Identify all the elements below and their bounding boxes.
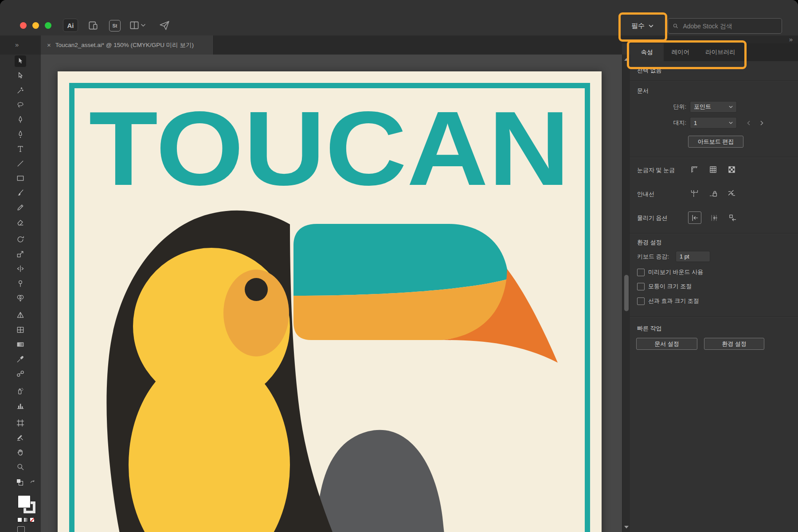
- scale-tool[interactable]: [15, 248, 26, 260]
- scrollbar-thumb[interactable]: [624, 275, 629, 311]
- chevron-down-icon: [649, 24, 653, 27]
- symbol-sprayer-tool[interactable]: [15, 385, 26, 397]
- illustrator-window: Ai St 필수 » × Toucan2_a: [0, 0, 798, 532]
- width-tool[interactable]: [15, 263, 26, 274]
- window-close-button[interactable]: [20, 22, 27, 29]
- share-icon[interactable]: [159, 20, 170, 31]
- fill-swatch[interactable]: [18, 495, 31, 508]
- search-input[interactable]: [682, 22, 777, 30]
- document-tab-bar: » × Toucan2_asset.ai* @ 150% (CMYK/GPU 미…: [0, 35, 622, 55]
- window-zoom-button[interactable]: [45, 22, 51, 29]
- color-mode-icon[interactable]: [17, 517, 22, 522]
- lasso-tool[interactable]: [15, 99, 26, 111]
- document-section-header: 문서: [637, 87, 798, 95]
- preview-bounds-checkbox[interactable]: [637, 269, 645, 276]
- hand-tool[interactable]: [15, 446, 26, 458]
- none-mode-icon[interactable]: [30, 517, 35, 522]
- swap-fill-stroke-icon[interactable]: [29, 479, 35, 485]
- canvas[interactable]: TOUCAN: [41, 55, 622, 532]
- document-tab[interactable]: × Toucan2_asset.ai* @ 150% (CMYK/GPU 미리 …: [41, 35, 214, 55]
- magic-wand-tool[interactable]: [15, 85, 26, 96]
- workspace-label: 필수: [631, 22, 645, 30]
- direct-selection-tool[interactable]: [15, 70, 26, 82]
- artboard-tool[interactable]: [15, 417, 26, 429]
- collapse-panel-right-icon[interactable]: »: [789, 35, 792, 43]
- mesh-tool[interactable]: [15, 324, 26, 336]
- gradient-mode-icon[interactable]: [23, 517, 28, 522]
- preferences-button[interactable]: 환경 설정: [704, 338, 764, 350]
- scale-corners-label: 모퉁이 크기 조절: [648, 282, 692, 290]
- lock-guides-icon[interactable]: [707, 188, 719, 199]
- tab-layers[interactable]: 레이어: [664, 43, 697, 61]
- divider: [630, 233, 798, 234]
- guides-icon-group: [688, 188, 738, 199]
- blend-tool[interactable]: [15, 368, 26, 379]
- app-menubar: Ai St 필수: [0, 0, 798, 35]
- keyboard-increment-row: 키보드 증감: 1 pt: [630, 251, 798, 262]
- eraser-tool[interactable]: [15, 216, 26, 228]
- smart-guides-icon[interactable]: [725, 188, 738, 199]
- device-preview-icon[interactable]: [87, 20, 99, 31]
- no-selection-label: 선택 없음: [637, 66, 798, 74]
- quick-actions-header: 빠른 작업: [637, 325, 798, 332]
- gradient-tool[interactable]: [15, 339, 26, 350]
- close-tab-icon[interactable]: ×: [47, 41, 51, 49]
- window-minimize-button[interactable]: [32, 22, 39, 29]
- unit-dropdown[interactable]: 포인트: [690, 101, 737, 113]
- curvature-tool[interactable]: [15, 129, 26, 140]
- scroll-up-icon[interactable]: [624, 58, 629, 61]
- zoom-tool[interactable]: [15, 461, 26, 473]
- puppet-warp-tool[interactable]: [15, 278, 26, 289]
- arrange-documents-icon[interactable]: [129, 20, 140, 31]
- snap-to-point-icon[interactable]: [688, 211, 701, 224]
- pencil-tool[interactable]: [15, 202, 26, 213]
- paintbrush-tool[interactable]: [15, 187, 26, 199]
- workspace-switcher[interactable]: 필수: [624, 17, 661, 35]
- rectangle-tool[interactable]: [15, 172, 26, 184]
- collapse-panel-icon[interactable]: »: [15, 41, 18, 48]
- transparency-grid-icon[interactable]: [725, 164, 738, 175]
- panel-header-strip: »: [622, 35, 798, 43]
- artboard-poster: TOUCAN: [58, 71, 602, 532]
- scroll-down-icon[interactable]: [624, 526, 629, 528]
- panel-scrollbar[interactable]: [622, 55, 630, 532]
- pen-tool[interactable]: [15, 114, 26, 125]
- selection-tool[interactable]: [15, 55, 26, 67]
- previous-artboard-button[interactable]: [744, 119, 752, 127]
- perspective-grid-tool[interactable]: [15, 309, 26, 321]
- rotate-tool[interactable]: [15, 234, 26, 245]
- unit-row: 단위: 포인트: [630, 101, 798, 113]
- tab-properties[interactable]: 속성: [630, 43, 664, 61]
- keyboard-increment-field[interactable]: 1 pt: [676, 251, 710, 262]
- artboard-dropdown[interactable]: 1: [690, 117, 737, 129]
- snap-to-grid-icon[interactable]: [708, 212, 720, 223]
- document-tab-title: Toucan2_asset.ai* @ 150% (CMYK/GPU 미리 보기…: [55, 41, 194, 49]
- slice-tool[interactable]: [15, 432, 26, 443]
- draw-normal-icon[interactable]: [17, 526, 25, 532]
- unit-value: 포인트: [694, 103, 711, 111]
- line-segment-tool[interactable]: [15, 158, 26, 169]
- type-tool[interactable]: [15, 143, 26, 155]
- illustrator-logo: Ai: [63, 19, 78, 32]
- properties-panel: 선택 없음 문서 단위: 포인트 대지: 1 아트보드 편집 눈: [630, 61, 798, 532]
- eyedropper-tool[interactable]: [15, 353, 26, 365]
- adobe-stock-search[interactable]: [668, 18, 782, 34]
- adobe-stock-icon[interactable]: St: [109, 20, 121, 31]
- snap-to-pixel-icon[interactable]: [726, 212, 739, 223]
- scale-corners-checkbox[interactable]: [637, 283, 645, 290]
- document-setup-button[interactable]: 문서 설정: [636, 338, 697, 350]
- artboard-row: 대지: 1: [630, 117, 798, 129]
- default-fill-stroke-icon[interactable]: [17, 479, 23, 485]
- next-artboard-button[interactable]: [758, 119, 766, 127]
- edit-artboards-button[interactable]: 아트보드 편집: [688, 136, 743, 148]
- corner-ruler-icon[interactable]: [688, 164, 700, 175]
- scale-strokes-checkbox[interactable]: [637, 297, 645, 305]
- tab-libraries[interactable]: 라이브러리: [697, 43, 743, 61]
- preview-bounds-label: 미리보기 바운드 사용: [648, 268, 703, 276]
- grid-icon[interactable]: [707, 164, 719, 175]
- chevron-down-icon: [729, 106, 733, 108]
- guides-icon[interactable]: [688, 188, 700, 199]
- column-graph-tool[interactable]: [15, 400, 26, 411]
- poster-title: TOUCAN: [89, 90, 570, 207]
- shape-builder-tool[interactable]: [15, 292, 26, 304]
